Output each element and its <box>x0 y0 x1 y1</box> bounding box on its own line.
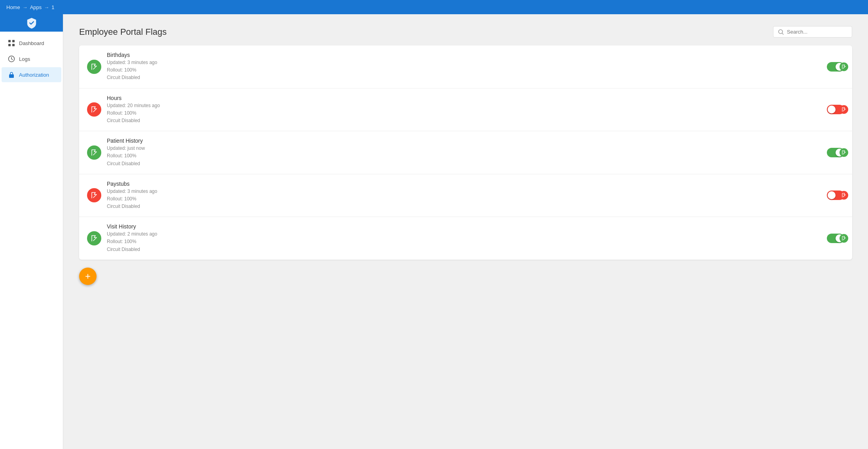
toggle-container-patient-history[interactable] <box>827 148 844 157</box>
sidebar-item-logs[interactable]: Logs <box>2 51 61 66</box>
page-title: Employee Portal Flags <box>79 27 167 37</box>
flag-row-patient-history: Patient History Updated: just nowRollout… <box>79 131 852 174</box>
sidebar-logs-label: Logs <box>19 56 30 62</box>
flag-name-paystubs: Paystubs <box>107 181 821 187</box>
breadcrumb-apps[interactable]: Apps <box>30 4 42 10</box>
flags-list: Birthdays Updated: 3 minutes agoRollout:… <box>79 45 852 260</box>
sidebar-logo <box>0 14 63 32</box>
flag-row-birthdays: Birthdays Updated: 3 minutes agoRollout:… <box>79 45 852 89</box>
flag-status-icon-patient-history <box>87 145 101 160</box>
flag-status-icon-hours <box>87 102 101 117</box>
breadcrumb-number[interactable]: 1 <box>51 4 54 10</box>
flag-status-icon-paystubs <box>87 188 101 202</box>
svg-rect-0 <box>8 40 11 42</box>
svg-rect-2 <box>8 44 11 46</box>
flag-row-paystubs: Paystubs Updated: 3 minutes agoRollout: … <box>79 174 852 217</box>
sidebar-item-authorization[interactable]: Authorization <box>2 67 61 82</box>
flag-row-visit-history: Visit History Updated: 2 minutes agoRoll… <box>79 217 852 260</box>
flag-info-birthdays: Birthdays Updated: 3 minutes agoRollout:… <box>107 52 821 82</box>
main-content: Employee Portal Flags Birthdays Updated:… <box>63 14 868 449</box>
flag-info-visit-history: Visit History Updated: 2 minutes agoRoll… <box>107 223 821 253</box>
flag-name-patient-history: Patient History <box>107 138 821 144</box>
add-flag-button[interactable]: + <box>79 268 97 285</box>
flag-name-birthdays: Birthdays <box>107 52 821 58</box>
toggle-container-hours[interactable] <box>827 105 844 114</box>
flag-name-visit-history: Visit History <box>107 223 821 230</box>
svg-rect-3 <box>12 44 15 46</box>
flag-row-hours: Hours Updated: 20 minutes agoRollout: 10… <box>79 89 852 132</box>
grid-icon <box>8 40 15 47</box>
breadcrumb-arrow-2: → <box>44 4 49 10</box>
toggle-flag-icon-paystubs <box>840 191 848 200</box>
lock-icon <box>8 71 15 78</box>
toggle-flag-icon-birthdays <box>840 62 848 71</box>
toggle-flag-icon-patient-history <box>840 148 848 157</box>
search-icon <box>778 29 784 35</box>
svg-rect-1 <box>12 40 15 42</box>
sidebar-item-dashboard[interactable]: Dashboard <box>2 36 61 51</box>
sidebar-authorization-label: Authorization <box>19 72 49 78</box>
flag-meta-birthdays: Updated: 3 minutes agoRollout: 100%Circu… <box>107 59 821 82</box>
breadcrumb-arrow-1: → <box>23 4 28 10</box>
flag-info-hours: Hours Updated: 20 minutes agoRollout: 10… <box>107 95 821 125</box>
search-box[interactable] <box>773 26 852 38</box>
svg-rect-5 <box>9 74 14 78</box>
toggle-container-birthdays[interactable] <box>827 62 844 72</box>
flag-status-icon-birthdays <box>87 60 101 74</box>
flag-info-paystubs: Paystubs Updated: 3 minutes agoRollout: … <box>107 181 821 211</box>
toggle-flag-icon-visit-history <box>840 234 848 243</box>
flag-name-hours: Hours <box>107 95 821 101</box>
clock-icon <box>8 55 15 62</box>
sidebar: Dashboard Logs Authoriza <box>0 14 63 449</box>
page-header: Employee Portal Flags <box>79 26 852 38</box>
toggle-container-paystubs[interactable] <box>827 191 844 200</box>
flag-meta-hours: Updated: 20 minutes agoRollout: 100%Circ… <box>107 102 821 125</box>
flag-meta-paystubs: Updated: 3 minutes agoRollout: 100%Circu… <box>107 188 821 211</box>
flag-meta-visit-history: Updated: 2 minutes agoRollout: 100%Circu… <box>107 230 821 253</box>
sidebar-nav: Dashboard Logs Authoriza <box>0 32 63 86</box>
flag-status-icon-visit-history <box>87 231 101 245</box>
flag-meta-patient-history: Updated: just nowRollout: 100%Circuit Di… <box>107 145 821 168</box>
sidebar-dashboard-label: Dashboard <box>19 40 44 46</box>
toggle-container-visit-history[interactable] <box>827 234 844 243</box>
toggle-flag-icon-hours <box>840 105 848 114</box>
toggle-knob-hours <box>828 106 836 113</box>
toggle-knob-paystubs <box>828 191 836 199</box>
flag-info-patient-history: Patient History Updated: just nowRollout… <box>107 138 821 168</box>
breadcrumb-home[interactable]: Home <box>6 4 20 10</box>
top-navigation: Home → Apps → 1 <box>0 0 868 14</box>
search-input[interactable] <box>787 29 847 35</box>
